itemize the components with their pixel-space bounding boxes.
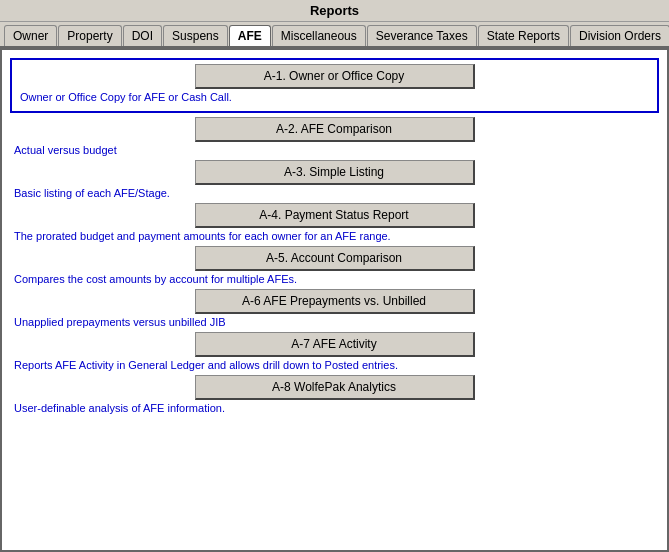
report-desc-a5: Compares the cost amounts by account for… — [14, 273, 659, 285]
tab-owner[interactable]: Owner — [4, 25, 57, 46]
report-button-a8[interactable]: A-8 WolfePak Analytics — [195, 375, 475, 400]
tab-afe[interactable]: AFE — [229, 25, 271, 46]
report-button-a6[interactable]: A-6 AFE Prepayments vs. Unbilled — [195, 289, 475, 314]
report-desc-a6: Unapplied prepayments versus unbilled JI… — [14, 316, 659, 328]
report-desc-a4: The prorated budget and payment amounts … — [14, 230, 659, 242]
reports-content: A-1. Owner or Office CopyOwner or Office… — [0, 48, 669, 552]
report-item-a8: A-8 WolfePak AnalyticsUser-definable ana… — [10, 375, 659, 414]
report-button-a7[interactable]: A-7 AFE Activity — [195, 332, 475, 357]
report-button-a1[interactable]: A-1. Owner or Office Copy — [195, 64, 475, 89]
report-desc-a2: Actual versus budget — [14, 144, 659, 156]
report-button-a3[interactable]: A-3. Simple Listing — [195, 160, 475, 185]
report-item-a4: A-4. Payment Status ReportThe prorated b… — [10, 203, 659, 242]
report-desc-a1: Owner or Office Copy for AFE or Cash Cal… — [20, 91, 653, 103]
report-item-a3: A-3. Simple ListingBasic listing of each… — [10, 160, 659, 199]
report-item-a7: A-7 AFE ActivityReports AFE Activity in … — [10, 332, 659, 371]
tab-property[interactable]: Property — [58, 25, 121, 46]
report-item-a1: A-1. Owner or Office CopyOwner or Office… — [10, 58, 659, 113]
title-label: Reports — [310, 3, 359, 18]
tab-miscellaneous[interactable]: Miscellaneous — [272, 25, 366, 46]
tab-doi[interactable]: DOI — [123, 25, 162, 46]
report-button-a4[interactable]: A-4. Payment Status Report — [195, 203, 475, 228]
tabs-bar: OwnerPropertyDOISuspensAFEMiscellaneousS… — [0, 22, 669, 48]
report-item-a6: A-6 AFE Prepayments vs. UnbilledUnapplie… — [10, 289, 659, 328]
report-desc-a7: Reports AFE Activity in General Ledger a… — [14, 359, 659, 371]
report-button-a2[interactable]: A-2. AFE Comparison — [195, 117, 475, 142]
report-item-a2: A-2. AFE ComparisonActual versus budget — [10, 117, 659, 156]
report-button-a5[interactable]: A-5. Account Comparison — [195, 246, 475, 271]
title-bar: Reports — [0, 0, 669, 22]
report-desc-a3: Basic listing of each AFE/Stage. — [14, 187, 659, 199]
tab-division-orders[interactable]: Division Orders — [570, 25, 669, 46]
tab-state-reports[interactable]: State Reports — [478, 25, 569, 46]
tab-severance-taxes[interactable]: Severance Taxes — [367, 25, 477, 46]
tab-suspens[interactable]: Suspens — [163, 25, 228, 46]
report-item-a5: A-5. Account ComparisonCompares the cost… — [10, 246, 659, 285]
report-desc-a8: User-definable analysis of AFE informati… — [14, 402, 659, 414]
